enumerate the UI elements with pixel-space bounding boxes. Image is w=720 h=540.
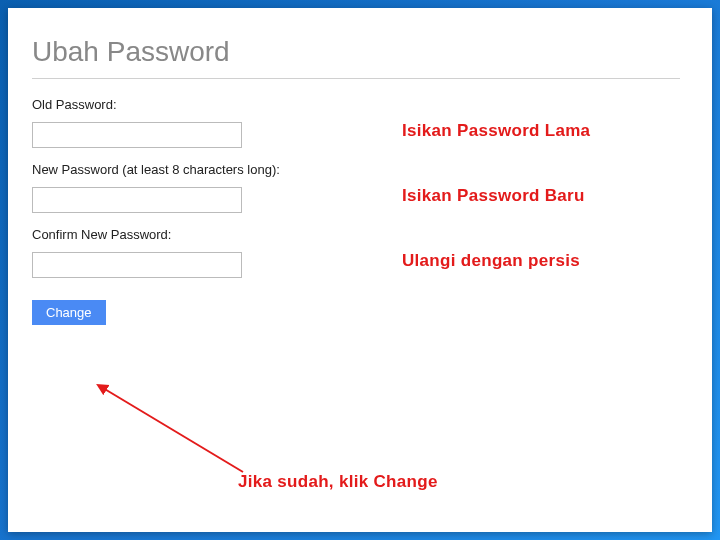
old-password-input[interactable] bbox=[32, 122, 242, 148]
title-divider bbox=[32, 78, 680, 79]
old-password-label: Old Password: bbox=[32, 97, 680, 112]
annotation-old: Isikan Password Lama bbox=[402, 121, 590, 141]
new-password-label: New Password (at least 8 characters long… bbox=[32, 162, 680, 177]
change-button[interactable]: Change bbox=[32, 300, 106, 325]
annotation-confirm: Ulangi dengan persis bbox=[402, 251, 580, 271]
content-panel: Ubah Password Old Password: Isikan Passw… bbox=[8, 8, 712, 532]
new-password-input[interactable] bbox=[32, 187, 242, 213]
new-password-row: New Password (at least 8 characters long… bbox=[32, 162, 680, 213]
confirm-password-row: Confirm New Password: Ulangi dengan pers… bbox=[32, 227, 680, 278]
annotation-new: Isikan Password Baru bbox=[402, 186, 585, 206]
old-password-row: Old Password: Isikan Password Lama bbox=[32, 97, 680, 148]
page-title: Ubah Password bbox=[32, 36, 680, 68]
confirm-password-label: Confirm New Password: bbox=[32, 227, 680, 242]
svg-line-1 bbox=[103, 388, 243, 472]
confirm-password-input[interactable] bbox=[32, 252, 242, 278]
annotation-submit: Jika sudah, klik Change bbox=[238, 472, 438, 492]
